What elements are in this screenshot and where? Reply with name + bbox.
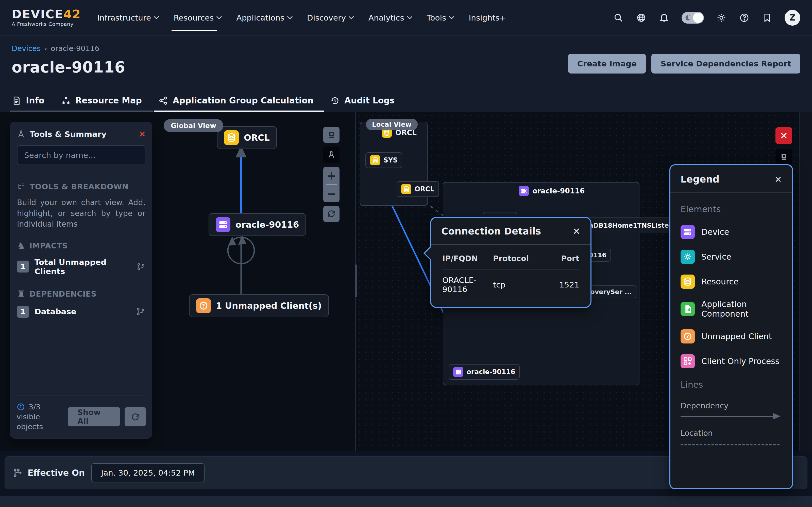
node-global-orcl[interactable]: ORCL [217,126,277,149]
breadcrumb-devices-link[interactable]: Devices [12,44,41,53]
impacts-section-header: ♞ IMPACTS [17,241,145,250]
dependencies-row-database[interactable]: 1 Database [17,306,145,318]
node-local-orcl[interactable]: ORCL [397,181,439,197]
chevron-down-icon [407,14,412,19]
search-input[interactable] [17,145,145,165]
create-image-button[interactable]: Create Image [568,54,646,73]
device-server-icon [680,225,695,239]
flow-branch-icon [12,467,23,478]
show-all-button[interactable]: Show All [68,407,120,427]
nav-applications[interactable]: Applications [236,0,292,35]
close-icon[interactable]: ✕ [573,227,580,236]
cell-port: 1521 [546,280,579,289]
canvas-right-gutter [800,112,812,451]
legend-elements-label: Elements [680,204,782,214]
tab-application-group-calculation[interactable]: Application Group Calculation [159,96,313,105]
connection-table-row[interactable]: ORACLE-90116 tcp 1521 [442,276,579,294]
resource-database-icon [401,184,411,194]
drafting-compass-icon [327,150,336,159]
globe-icon[interactable] [636,12,647,23]
page-header: Devices › oracle-90116 oracle-90116 Crea… [0,36,812,89]
effective-on-label: Effective On [28,468,85,478]
settings-gear-icon[interactable] [716,12,727,23]
dependencies-section-header: ♜ DEPENDENCIES [17,289,145,299]
node-global-device[interactable]: oracle-90116 [209,213,306,236]
tools-summary-panel: Tools & Summary ✕ TOOLS & BREAKDOWN Buil… [10,122,152,439]
footer-strip [0,496,812,507]
chevron-down-icon [216,14,222,19]
search-icon[interactable] [613,12,624,23]
nav-infrastructure[interactable]: Infrastructure [97,0,158,35]
popup-title: Connection Details [441,226,541,237]
close-local-view-button[interactable]: ✕ [775,127,792,144]
legend-location-label: Location [680,429,782,438]
theme-toggle[interactable] [681,12,704,23]
branch-icon[interactable] [136,307,145,316]
divider [431,244,591,245]
brand-tagline: A Freshworks Company [12,21,81,27]
active-tab-indicator [154,111,324,112]
help-icon[interactable] [739,12,750,23]
bookmark-icon[interactable] [762,12,772,23]
zoom-controls: + − [323,167,340,202]
document-chart-icon [680,302,695,316]
close-icon[interactable]: ✕ [775,175,782,184]
connection-table-header: IP/FQDN Protocol Port [442,254,579,263]
top-nav: DEVICE42 A Freshworks Company Infrastruc… [0,0,812,36]
cell-protocol: tcp [493,280,546,289]
divider [442,269,579,270]
brand-logo[interactable]: DEVICE42 A Freshworks Company [12,8,81,27]
divider [670,192,792,193]
legend-book-button[interactable] [323,127,340,143]
legend-item-device: Device [680,225,782,239]
user-avatar[interactable]: Z [784,10,800,25]
tree-list-icon [17,182,26,191]
history-icon [330,96,340,105]
node-location-bottom-device[interactable]: oracle-90116 [449,364,520,380]
zoom-out-button[interactable]: − [323,185,340,202]
legend-dependency-label: Dependency [680,401,782,410]
sitemap-icon [61,96,71,105]
dependency-line-sample [680,416,779,417]
tab-info[interactable]: Info [12,96,44,105]
tab-bar: Info Resource Map Application Group Calc… [0,89,812,112]
legend-item-service: Service [680,250,782,264]
nav-analytics[interactable]: Analytics [368,0,412,35]
resource-database-icon [370,155,380,165]
count-badge: 1 [17,306,29,318]
service-dependencies-report-button[interactable]: Service Dependencies Report [651,54,800,73]
node-location-header-device[interactable]: oracle-90116 [519,186,585,196]
legend-toggle-button[interactable] [775,149,792,165]
impacts-row-unmapped-clients[interactable]: 1 Total Unmapped Clients [17,258,145,276]
nav-resources[interactable]: Resources [173,0,221,35]
tools-compass-button[interactable] [323,147,340,163]
nav-discovery[interactable]: Discovery [307,0,353,35]
zoom-in-button[interactable]: + [323,167,340,184]
branch-icon[interactable] [137,262,145,272]
node-local-sys[interactable]: SYS [365,152,402,168]
notifications-bell-icon[interactable] [659,12,669,23]
scrollbar-thumb[interactable] [355,265,357,297]
refresh-button[interactable] [124,407,146,427]
device-server-icon [216,217,231,232]
svg-text:?: ? [202,303,205,308]
tab-resource-map[interactable]: Resource Map [61,96,142,105]
toggle-knob [693,13,703,23]
effective-on-date-field[interactable]: Jan. 30, 2025, 04:52 PM [91,463,205,483]
question-icon: ? [680,329,695,343]
connection-table: IP/FQDN Protocol Port ORACLE-90116 tcp 1… [442,254,579,300]
col-protocol: Protocol [493,254,546,263]
nav-tools[interactable]: Tools [427,0,453,35]
grid-plus-icon [680,354,695,368]
book-icon [327,130,336,139]
divider [16,173,146,173]
node-global-unmapped-clients[interactable]: ? 1 Unmapped Client(s) [189,294,329,317]
tools-summary-header: Tools & Summary ✕ [16,129,146,139]
relayout-button[interactable] [323,206,340,222]
tab-audit-logs[interactable]: Audit Logs [330,96,395,105]
breadcrumb-separator: › [44,44,47,53]
close-icon[interactable]: ✕ [139,130,146,138]
brand-wordmark: DEVICE42 [12,8,81,20]
nav-insights[interactable]: Insights+ [469,0,506,35]
nav-utilities: Z [613,10,800,25]
